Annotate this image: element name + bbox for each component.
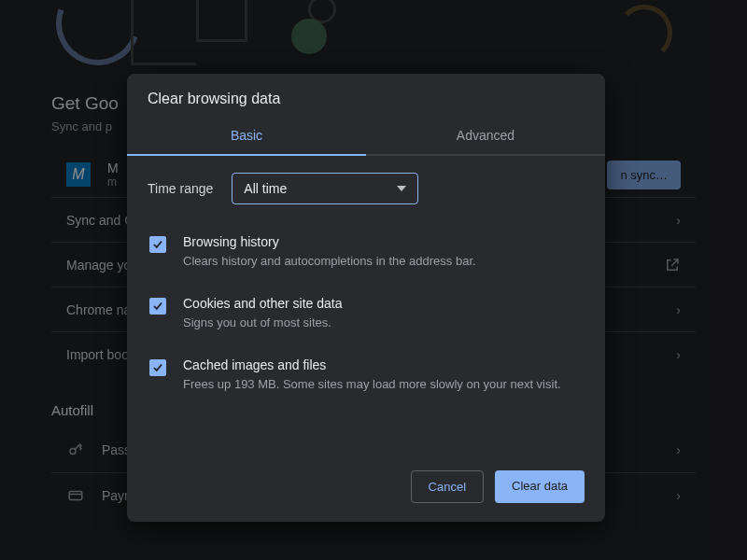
time-range-label: Time range: [148, 181, 213, 196]
clear-browsing-data-dialog: Clear browsing data Basic Advanced Time …: [127, 74, 605, 522]
checkbox-browsing-history[interactable]: [149, 236, 166, 253]
option-title: Browsing history: [183, 234, 476, 249]
cancel-button[interactable]: Cancel: [411, 470, 484, 503]
option-title: Cached images and files: [183, 357, 561, 372]
option-cache: Cached images and files Frees up 193 MB.…: [148, 348, 585, 410]
clear-data-button[interactable]: Clear data: [495, 470, 585, 503]
dialog-tabs: Basic Advanced: [127, 117, 605, 154]
tab-underline: [127, 154, 605, 156]
time-range-value: All time: [244, 181, 287, 196]
dropdown-icon: [397, 186, 406, 191]
tab-basic[interactable]: Basic: [127, 117, 366, 154]
tab-advanced[interactable]: Advanced: [366, 117, 605, 154]
checkbox-cookies[interactable]: [149, 298, 166, 315]
option-browsing-history: Browsing history Clears history and auto…: [148, 225, 585, 287]
option-title: Cookies and other site data: [183, 296, 342, 311]
option-desc: Clears history and autocompletions in th…: [183, 253, 476, 270]
option-desc: Frees up 193 MB. Some sites may load mor…: [183, 376, 561, 393]
dialog-title: Clear browsing data: [127, 74, 605, 117]
checkbox-cache[interactable]: [149, 359, 166, 376]
option-desc: Signs you out of most sites.: [183, 315, 342, 331]
option-cookies: Cookies and other site data Signs you ou…: [148, 287, 585, 348]
time-range-select[interactable]: All time: [232, 173, 418, 204]
